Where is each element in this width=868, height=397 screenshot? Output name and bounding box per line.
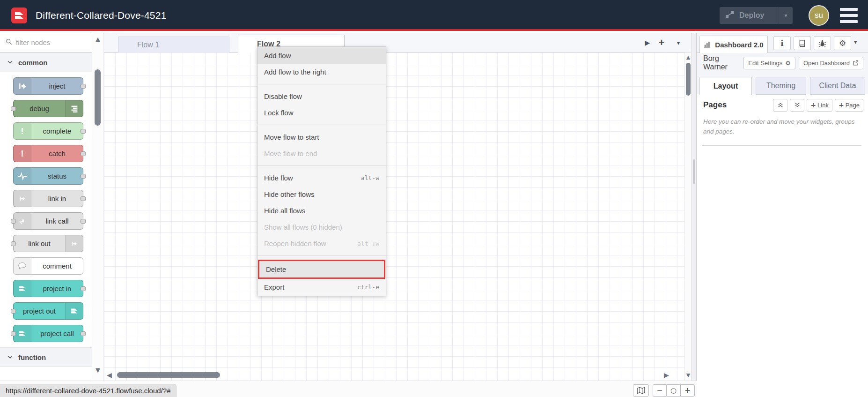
zoom-reset-button[interactable]: ○ bbox=[667, 384, 681, 397]
node-port-right[interactable] bbox=[81, 286, 86, 291]
tab-theming[interactable]: Theming bbox=[756, 77, 806, 95]
menu-item-label: Hide other flows bbox=[264, 190, 379, 198]
zoom-out-button[interactable]: − bbox=[653, 384, 667, 397]
node-port-right[interactable] bbox=[81, 151, 86, 156]
horizontal-scrollbar-thumb[interactable] bbox=[117, 372, 220, 378]
node-label: link out bbox=[14, 235, 65, 252]
palette-node-debug[interactable]: debug bbox=[13, 100, 83, 117]
user-avatar[interactable]: su bbox=[809, 5, 829, 26]
scroll-right-icon[interactable]: ▶ bbox=[664, 371, 669, 379]
node-label: status bbox=[31, 168, 83, 184]
node-red-icon bbox=[14, 280, 31, 297]
node-label: comment bbox=[31, 258, 83, 274]
palette-filter-input[interactable]: filter nodes bbox=[0, 33, 92, 52]
menu-item-export[interactable]: Exportctrl-e bbox=[257, 279, 386, 295]
palette-node-link-call[interactable]: link call bbox=[13, 212, 83, 230]
palette-scrollbar-thumb[interactable] bbox=[95, 69, 101, 126]
menu-item-move-flow-to-start[interactable]: Move flow to start bbox=[257, 129, 386, 145]
deploy-button[interactable]: Deploy ▾ bbox=[720, 7, 793, 24]
menu-item-move-flow-to-end: Move flow to end bbox=[257, 145, 386, 162]
flow-list-caret-icon[interactable]: ▾ bbox=[672, 37, 684, 49]
dashboard-name: Borg Warner bbox=[703, 54, 740, 71]
sidebar-splitter[interactable] bbox=[691, 33, 697, 397]
deploy-options-caret-icon[interactable]: ▾ bbox=[779, 7, 793, 24]
menu-item-label: Move flow to end bbox=[264, 150, 379, 157]
menu-item-disable-flow[interactable]: Disable flow bbox=[257, 88, 386, 105]
node-port-left[interactable] bbox=[11, 106, 16, 111]
status-pulse-icon bbox=[14, 168, 31, 184]
expand-all-button[interactable] bbox=[790, 99, 804, 112]
palette-node-comment[interactable]: comment bbox=[13, 257, 83, 275]
menu-item-label: Delete bbox=[266, 265, 377, 273]
zoom-in-button[interactable]: + bbox=[681, 384, 695, 397]
scroll-down-icon[interactable]: ▼ bbox=[92, 367, 103, 374]
tab-dashboard-2[interactable]: Dashboard 2.0 bbox=[699, 36, 768, 53]
info-button[interactable]: i bbox=[773, 36, 791, 50]
main-menu-icon[interactable] bbox=[840, 8, 858, 23]
palette-node-project-in[interactable]: project in bbox=[13, 280, 83, 297]
sidebar-tabs-caret-icon[interactable]: ▾ bbox=[854, 38, 857, 45]
node-port-left[interactable] bbox=[11, 331, 16, 336]
palette-node-inject[interactable]: inject bbox=[13, 77, 83, 95]
node-label: project in bbox=[31, 280, 83, 297]
menu-item-hide-other-flows[interactable]: Hide other flows bbox=[257, 186, 386, 202]
scroll-up-icon[interactable]: ▲ bbox=[685, 54, 691, 60]
node-port-right[interactable] bbox=[81, 196, 86, 201]
palette-node-project-call[interactable]: project call bbox=[13, 325, 83, 342]
add-link-button[interactable]: +Link bbox=[807, 99, 832, 112]
menu-item-hide-all-flows[interactable]: Hide all flows bbox=[257, 202, 386, 219]
node-port-left[interactable] bbox=[11, 241, 16, 246]
menu-item-hide-flow[interactable]: Hide flowalt-w bbox=[257, 170, 386, 186]
palette-category-function[interactable]: function bbox=[0, 347, 92, 367]
palette-node-link-out[interactable]: link out bbox=[13, 235, 83, 252]
node-port-right[interactable] bbox=[81, 174, 86, 179]
next-tab-icon[interactable]: ▶ bbox=[641, 37, 654, 49]
comment-bubble-icon bbox=[14, 258, 31, 274]
debug-button[interactable] bbox=[814, 36, 831, 50]
settings-button[interactable]: ⚙ bbox=[834, 36, 851, 50]
scroll-left-icon[interactable]: ◀ bbox=[107, 371, 112, 379]
tab-layout[interactable]: Layout bbox=[699, 77, 752, 95]
menu-item-label: Move flow to start bbox=[264, 133, 379, 141]
node-port-left[interactable] bbox=[11, 219, 16, 224]
menu-item-delete[interactable]: Delete bbox=[258, 260, 385, 279]
menu-item-lock-flow[interactable]: Lock flow bbox=[257, 105, 386, 121]
node-port-right[interactable] bbox=[81, 84, 86, 89]
open-dashboard-button[interactable]: Open Dashboard bbox=[799, 57, 863, 69]
flow-canvas[interactable] bbox=[104, 52, 684, 381]
navigator-button[interactable] bbox=[633, 384, 649, 397]
node-port-left[interactable] bbox=[11, 309, 16, 314]
node-port-right[interactable] bbox=[81, 219, 86, 224]
splitter-handle[interactable] bbox=[693, 159, 695, 184]
canvas-vertical-scrollbar[interactable]: ▲ ▼ bbox=[684, 52, 691, 381]
palette-node-link-in[interactable]: link in bbox=[13, 190, 83, 207]
book-icon bbox=[798, 39, 806, 47]
node-port-right[interactable] bbox=[81, 331, 86, 336]
palette-node-catch[interactable]: !catch bbox=[13, 145, 83, 162]
search-icon bbox=[6, 38, 12, 47]
palette-node-complete[interactable]: !complete bbox=[13, 122, 83, 140]
tab-flow-1[interactable]: Flow 1 bbox=[118, 37, 229, 52]
scroll-up-icon[interactable]: ▲ bbox=[92, 36, 103, 43]
menu-item-label: Reopen hidden flow bbox=[264, 240, 357, 247]
docs-button[interactable] bbox=[794, 36, 811, 50]
palette-scrollbar[interactable]: ▲ ▼ bbox=[92, 33, 103, 381]
palette-category-common[interactable]: common bbox=[0, 52, 92, 72]
palette-node-project-out[interactable]: project out bbox=[13, 302, 83, 320]
edit-settings-button[interactable]: Edit Settings ⚙ bbox=[743, 57, 795, 69]
collapse-all-button[interactable] bbox=[773, 99, 787, 112]
add-page-button[interactable]: +Page bbox=[835, 99, 863, 112]
node-label: catch bbox=[31, 145, 83, 162]
tab-client-data[interactable]: Client Data bbox=[810, 77, 865, 95]
scroll-down-icon[interactable]: ▼ bbox=[685, 372, 691, 378]
app-header: Different-Collared-Dove-4521 Deploy ▾ su bbox=[0, 0, 868, 31]
add-flow-icon[interactable]: + bbox=[655, 37, 668, 49]
menu-item-add-flow-to-the-right[interactable]: Add flow to the right bbox=[257, 64, 386, 80]
external-link-icon bbox=[853, 60, 859, 66]
vertical-scrollbar-thumb[interactable] bbox=[686, 63, 691, 96]
palette-node-status[interactable]: status bbox=[13, 167, 83, 185]
menu-item-add-flow[interactable]: Add flow bbox=[257, 47, 386, 64]
node-label: link call bbox=[31, 213, 83, 229]
node-port-right[interactable] bbox=[81, 129, 86, 134]
map-icon bbox=[637, 387, 645, 394]
